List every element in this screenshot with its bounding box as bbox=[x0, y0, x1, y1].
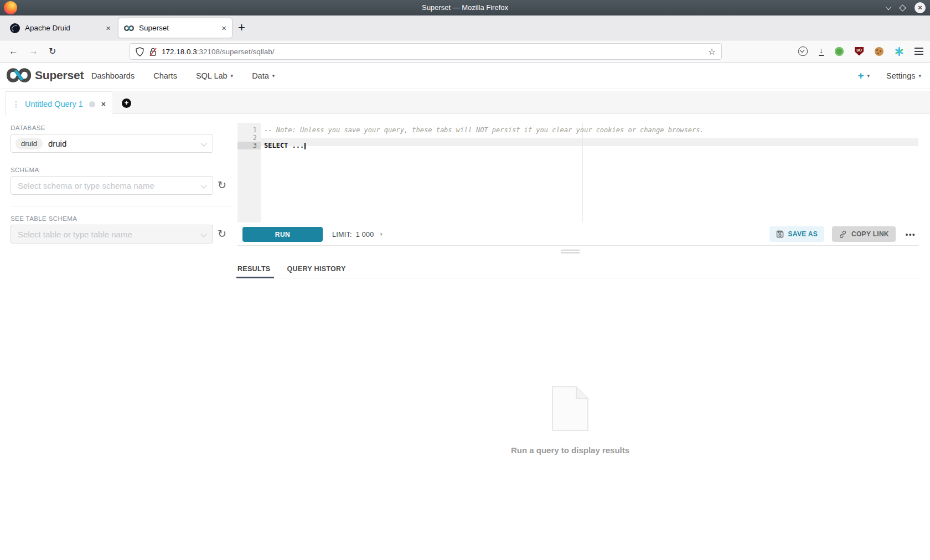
query-tab-untitled-query-1[interactable]: ⋮ Untitled Query 1 × bbox=[6, 91, 112, 116]
tab-results[interactable]: RESULTS bbox=[237, 260, 271, 278]
query-state-dot bbox=[89, 101, 95, 107]
caret-down-icon: ▾ bbox=[918, 73, 921, 79]
limit-dropdown[interactable]: LIMIT: 1 000 ▾ bbox=[332, 227, 383, 242]
add-query-tab-button[interactable]: + bbox=[122, 98, 131, 108]
nav-item-charts[interactable]: Charts bbox=[153, 71, 177, 80]
limit-value: 1 000 bbox=[356, 231, 374, 238]
database-label: DATABASE bbox=[11, 125, 45, 131]
superset-logo-icon bbox=[7, 68, 31, 83]
window-title: Superset — Mozilla Firefox bbox=[0, 0, 930, 15]
schema-label: SCHEMA bbox=[11, 167, 39, 173]
plus-icon: + bbox=[857, 70, 864, 82]
link-icon bbox=[839, 230, 847, 238]
copy-link-button[interactable]: COPY LINK bbox=[832, 226, 896, 242]
url-bar[interactable]: 172.18.0.3:32108/superset/sqllab/ ☆ bbox=[130, 43, 722, 60]
run-button[interactable]: RUN bbox=[242, 227, 323, 242]
results-empty-state: Run a query to display results bbox=[501, 386, 639, 455]
window-maximize-button[interactable] bbox=[900, 6, 905, 11]
table-placeholder: Select table or type table name bbox=[16, 230, 132, 239]
copy-link-label: COPY LINK bbox=[851, 230, 889, 238]
back-button[interactable]: ← bbox=[9, 40, 18, 62]
nav-item-sql-lab[interactable]: SQL Lab▾ bbox=[196, 71, 233, 80]
maximize-icon bbox=[899, 4, 906, 12]
editor-active-line bbox=[261, 138, 918, 146]
tab-query-history[interactable]: QUERY HISTORY bbox=[287, 260, 346, 278]
caret-down-icon: ▾ bbox=[380, 232, 383, 237]
chevron-down-icon bbox=[200, 182, 206, 188]
sidebar-divider bbox=[11, 206, 231, 206]
chevron-down-icon bbox=[200, 231, 206, 237]
insecure-lock-icon[interactable] bbox=[149, 47, 157, 56]
line-number: 1 bbox=[237, 126, 261, 134]
caret-down-icon: ▾ bbox=[867, 73, 870, 79]
window-minimize-button[interactable] bbox=[886, 6, 891, 10]
brand-name: Superset bbox=[35, 69, 84, 82]
empty-state-message: Run a query to display results bbox=[501, 445, 639, 455]
table-schema-label: SEE TABLE SCHEMA bbox=[11, 215, 77, 222]
superset-navbar: Superset Dashboards Charts SQL Lab▾ Data… bbox=[0, 63, 930, 89]
new-dropdown-button[interactable]: +▾ bbox=[857, 70, 870, 82]
url-host: 172.18.0.3 bbox=[162, 48, 197, 56]
reload-button[interactable]: ↻ bbox=[49, 40, 56, 62]
screen: Superset — Mozilla Firefox × Apache Drui… bbox=[0, 0, 930, 560]
pane-resize-handle[interactable] bbox=[561, 250, 580, 255]
database-select[interactable]: druid druid bbox=[11, 134, 213, 153]
browser-tab-apache-druid[interactable]: Apache Druid × bbox=[4, 18, 116, 38]
table-select[interactable]: Select table or type table name bbox=[11, 225, 213, 243]
drag-handle-icon[interactable]: ⋮ bbox=[12, 100, 20, 108]
download-icon[interactable]: ↓ bbox=[819, 46, 824, 56]
ublock-shield-icon[interactable]: uO bbox=[855, 47, 864, 56]
extension-asterisk-icon[interactable] bbox=[895, 47, 903, 56]
browser-tab-label: Apache Druid bbox=[25, 24, 70, 32]
query-tab-strip bbox=[113, 91, 930, 114]
close-icon[interactable]: × bbox=[106, 24, 111, 32]
nav-item-data[interactable]: Data▾ bbox=[252, 71, 275, 80]
new-tab-button[interactable]: + bbox=[238, 20, 245, 35]
close-icon[interactable]: × bbox=[101, 100, 106, 108]
chevron-down-icon bbox=[200, 140, 206, 146]
window-controls: × bbox=[886, 0, 926, 15]
results-tabbar: RESULTS QUERY HISTORY bbox=[237, 260, 919, 278]
pocket-icon[interactable] bbox=[798, 46, 808, 56]
druid-favicon bbox=[10, 23, 20, 33]
toolbar-extensions: ↓ uO bbox=[798, 40, 923, 62]
document-icon bbox=[552, 386, 588, 431]
nav-item-dashboards[interactable]: Dashboards bbox=[91, 71, 135, 80]
superset-favicon bbox=[124, 23, 134, 33]
limit-label: LIMIT: bbox=[332, 231, 352, 238]
navbar-menu: Dashboards Charts SQL Lab▾ Data▾ bbox=[91, 63, 275, 89]
editor-comment-line[interactable]: -- Note: Unless you save your query, the… bbox=[264, 126, 704, 134]
superset-brand[interactable]: Superset bbox=[7, 68, 84, 83]
bookmark-star-icon[interactable]: ☆ bbox=[708, 46, 716, 57]
save-as-button[interactable]: SAVE AS bbox=[769, 226, 824, 242]
editor-toolbar: RUN LIMIT: 1 000 ▾ SAVE AS COPY LINK bbox=[237, 222, 919, 246]
shield-icon[interactable] bbox=[136, 47, 144, 56]
hamburger-menu-icon[interactable] bbox=[914, 48, 923, 55]
more-options-button[interactable]: ••• bbox=[903, 230, 918, 238]
cookie-extension-icon[interactable] bbox=[875, 47, 884, 56]
forward-button[interactable]: → bbox=[29, 40, 38, 62]
url-text: 172.18.0.3:32108/superset/sqllab/ bbox=[162, 48, 274, 56]
caret-down-icon: ▾ bbox=[272, 73, 275, 79]
refresh-table-button[interactable]: ↻ bbox=[218, 229, 226, 239]
close-icon[interactable]: × bbox=[221, 24, 226, 32]
navbar-right: +▾ Settings▾ bbox=[857, 63, 921, 89]
editor-statement-line[interactable]: SELECT ... bbox=[264, 142, 306, 149]
window-close-button[interactable]: × bbox=[914, 2, 926, 13]
chevron-down-icon bbox=[885, 4, 891, 10]
schema-select[interactable]: Select schema or type schema name bbox=[11, 176, 213, 195]
text-cursor bbox=[304, 143, 306, 149]
database-value: druid bbox=[48, 139, 66, 148]
browser-tab-label: Superset bbox=[139, 24, 169, 32]
browser-tab-superset[interactable]: Superset × bbox=[118, 18, 232, 38]
browser-tabbar: Apache Druid × Superset × + bbox=[0, 15, 930, 40]
extension-green-icon[interactable] bbox=[835, 47, 844, 56]
settings-menu[interactable]: Settings▾ bbox=[886, 71, 921, 80]
refresh-schema-button[interactable]: ↻ bbox=[218, 180, 226, 190]
editor-gutter: 1 2 3 bbox=[237, 123, 261, 222]
save-as-label: SAVE AS bbox=[788, 230, 818, 238]
window-titlebar: Superset — Mozilla Firefox × bbox=[0, 0, 930, 15]
url-path: :32108/superset/sqllab/ bbox=[197, 48, 275, 56]
browser-toolbar: ← → ↻ 172.18.0.3:32108/superset/sqllab/ … bbox=[0, 40, 930, 63]
save-icon bbox=[776, 230, 784, 238]
